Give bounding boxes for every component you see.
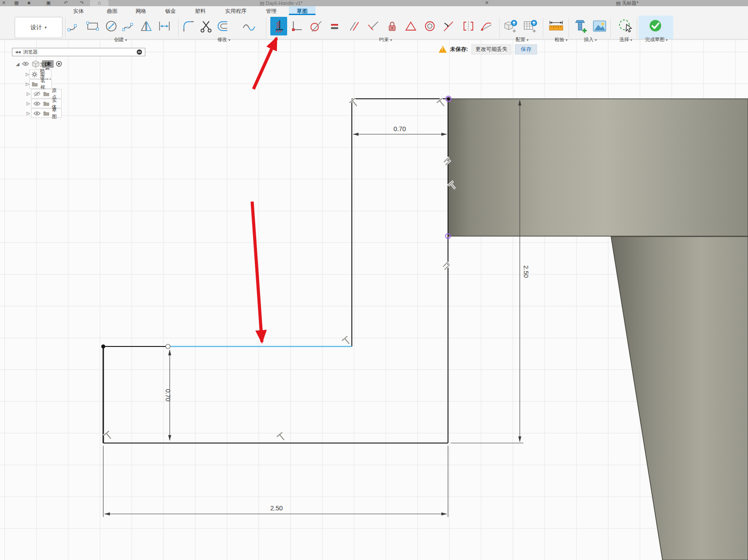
create-group-label[interactable]: 创建 ▾ [114,36,127,43]
design-label: 设计 [31,23,42,31]
circle-tool-icon[interactable] [103,17,120,35]
chevron-down-icon: ▾ [45,25,47,30]
insert-fastener-icon[interactable] [573,17,589,35]
gear-icon [31,71,38,78]
browser-item-sketches[interactable]: ▷ 草图 [26,109,62,118]
tangent-constraint-icon[interactable] [308,17,324,35]
finish-sketch-label[interactable]: 完成草图 ▾ [645,36,667,43]
minimize-circle-icon[interactable] [136,49,142,55]
concentric-constraint-icon[interactable] [421,17,438,35]
chevron-down-icon: ▾ [229,38,230,42]
modify-group-label[interactable]: 修改 ▾ [217,36,230,43]
curve-tool-icon[interactable] [241,17,257,35]
configure-group-label[interactable]: 配置 ▾ [515,36,528,43]
tab-solid[interactable]: 实体 [70,8,86,15]
select-tool-icon[interactable] [617,17,634,35]
home-icon: ⌂ [98,0,101,5]
expand-caret-icon[interactable]: ▷ [26,82,29,86]
sketch-dimension-icon[interactable] [156,17,173,35]
configure-part-icon[interactable] [503,17,519,35]
symmetry-constraint-icon[interactable] [460,17,477,35]
tab-plastic[interactable]: 塑料 [192,8,208,15]
folder-icon [31,82,38,87]
visibility-eye-icon[interactable] [33,101,41,106]
unsaved-message: 更改可能丢失 [471,44,511,54]
expand-caret-icon[interactable]: ▷ [26,101,31,106]
tab-sheetmetal[interactable]: 钣金 [163,8,179,15]
browser-root-row[interactable]: ◢ (未保存) [16,59,62,68]
visibility-eye-icon[interactable] [22,61,29,66]
configuration-table-icon[interactable] [522,17,539,35]
expand-caret-icon[interactable]: ▷ [26,111,31,116]
insert-group-label[interactable]: 插入 ▾ [584,36,596,43]
separator [569,18,569,38]
parallel-constraint-icon[interactable] [345,17,362,35]
midpoint-constraint-icon[interactable] [402,17,419,35]
save-button[interactable]: 保存 [515,44,537,54]
measure-ruler-icon[interactable] [548,17,565,35]
close-doc-icon[interactable]: ✕ [485,0,489,6]
fix-lock-constraint-icon[interactable] [384,17,401,35]
rectangle-tool-icon[interactable] [84,17,101,35]
tab-utilities[interactable]: 实用程序 [222,8,249,15]
save-icon[interactable]: ▣ [46,0,51,6]
expanded-triangle-icon[interactable]: ◢ [16,62,19,66]
document-tab[interactable]: ▤ Day6-Handle v1* [260,0,303,6]
chevron-down-icon: ▾ [390,38,392,42]
expand-caret-icon[interactable]: ▷ [26,91,31,96]
offset-tool-icon[interactable] [215,17,232,35]
constraints-group-label[interactable]: 约束 ▾ [379,36,392,43]
folder-icon [43,111,50,116]
select-group-label[interactable]: 选择 ▾ [619,36,632,43]
collapse-panel-icon[interactable]: ◀◀ [15,50,20,54]
inspect-group-label[interactable]: 检验 ▾ [554,36,567,43]
fillet-tool-icon[interactable] [180,17,197,35]
expand-caret-icon[interactable]: ▷ [26,72,29,77]
document-title: Day6-Handle v1* [265,0,302,6]
mirror-tool-icon[interactable] [138,17,155,35]
trim-scissors-icon[interactable] [198,17,214,35]
app-icon[interactable]: ✕ [2,0,6,6]
redo-icon[interactable]: ↷ [80,0,84,6]
tab-sketch[interactable]: 草图 [294,8,310,15]
folder-icon [43,91,50,97]
fusion-window: ✕ ▦ ■ ▣ ↶ ↷ ⌂ ▤ Day6-Handle v1* ✕ ▤ 无标题*… [0,0,748,560]
data-panel-icon[interactable]: ▦ [14,0,19,6]
file-menu-icon[interactable]: ■ [27,0,31,6]
visibility-eye-icon[interactable] [33,111,41,116]
equal-constraint-icon[interactable] [326,17,343,35]
undo-icon[interactable]: ↶ [64,0,68,6]
chevron-down-icon: ▾ [631,38,632,42]
perpendicular-constraint-icon[interactable] [364,17,381,35]
spline-tool-icon[interactable] [121,17,137,35]
line-tool-icon[interactable] [66,17,82,35]
tab-mesh[interactable]: 网格 [133,8,149,15]
home-tab[interactable]: ⌂ [90,0,109,6]
separator [610,18,611,38]
activate-radio-icon[interactable] [56,61,62,67]
coincident-constraint-icon[interactable] [288,17,305,35]
horizontal-vertical-constraint-icon[interactable] [270,17,287,35]
curvature-constraint-icon[interactable] [478,17,495,35]
separator [543,18,543,38]
insert-image-icon[interactable] [591,17,608,35]
separator [266,18,266,38]
finish-sketch-check-icon[interactable] [647,17,664,35]
secondary-document-tab[interactable]: ▤ 无标题* [616,0,639,6]
sketch-canvas[interactable] [0,39,748,560]
visibility-off-eye-icon[interactable] [33,91,41,97]
browser-header[interactable]: ◀◀ 浏览器 [12,48,145,56]
unsaved-warning-bar: 未保存: 更改可能丢失 保存 [439,44,537,54]
separator [637,18,637,38]
collinear-constraint-icon[interactable] [440,17,456,35]
chevron-down-icon: ▾ [595,38,597,42]
chevron-down-icon: ▾ [527,38,529,42]
browser-item-named-views[interactable]: ▷ 命名视图 [26,79,52,89]
secondary-doc-title: 无标题* [622,0,638,6]
tab-manage[interactable]: 管理 [263,8,279,15]
design-workspace-dropdown[interactable]: 设计 ▾ [15,17,62,38]
doc-icon: ▤ [260,0,264,6]
titlebar: ✕ ▦ ■ ▣ ↶ ↷ ⌂ ▤ Day6-Handle v1* ✕ ▤ 无标题* [0,0,748,6]
doc-icon: ▤ [616,0,620,6]
tab-surface[interactable]: 曲面 [104,8,120,15]
